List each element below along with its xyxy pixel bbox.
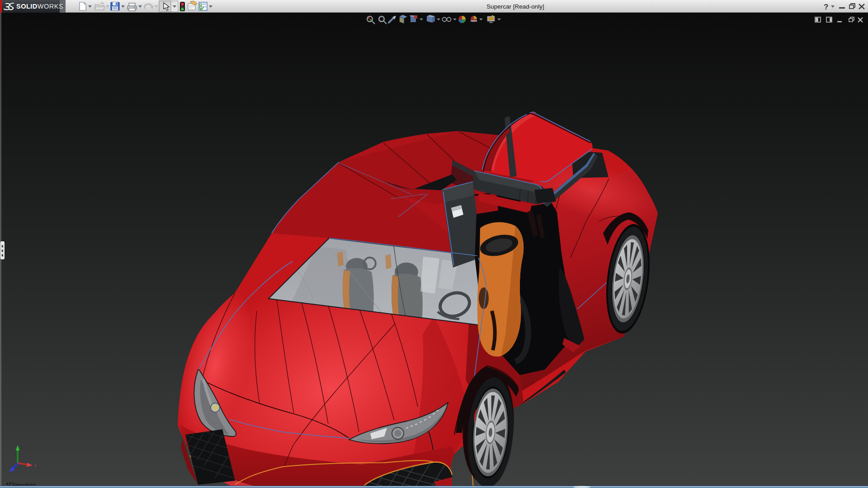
svg-text:x: x bbox=[34, 463, 37, 468]
svg-text:Supercar [Read-only]: Supercar [Read-only] bbox=[486, 3, 544, 10]
svg-text:?: ? bbox=[824, 3, 828, 11]
svg-text:SOLIDWORKS: SOLIDWORKS bbox=[16, 3, 63, 10]
